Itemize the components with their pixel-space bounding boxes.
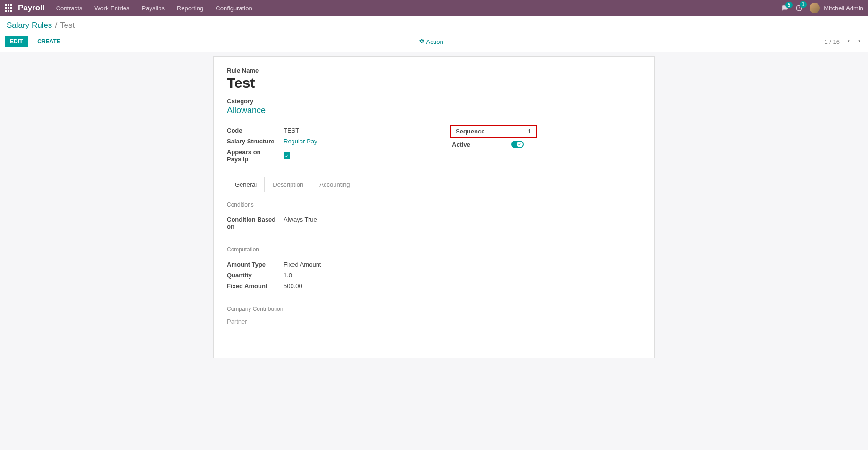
nav-configuration[interactable]: Configuration bbox=[216, 5, 252, 12]
avatar bbox=[810, 3, 820, 13]
tab-description[interactable]: Description bbox=[265, 177, 311, 192]
amount-type-label: Amount Type bbox=[227, 261, 284, 268]
condition-based-label: Condition Based on bbox=[227, 216, 284, 230]
breadcrumb: Salary Rules / Test bbox=[7, 21, 861, 30]
sequence-value: 1 bbox=[528, 128, 531, 135]
active-switch bbox=[511, 141, 524, 148]
code-value: TEST bbox=[284, 127, 299, 134]
app-brand[interactable]: Payroll bbox=[18, 3, 45, 13]
rule-name-value: Test bbox=[227, 75, 641, 91]
pager-text: 1 / 16 bbox=[824, 38, 840, 45]
form-sheet: Rule Name Test Category Allowance Code T… bbox=[213, 56, 655, 358]
action-menu[interactable]: Action bbox=[419, 38, 443, 45]
top-nav: Payroll Contracts Work Entries Payslips … bbox=[0, 0, 868, 16]
condition-based-row: Condition Based on Always True bbox=[227, 214, 641, 232]
active-label: Active bbox=[452, 141, 511, 148]
rule-name-label: Rule Name bbox=[227, 67, 641, 74]
salary-structure-row: Salary Structure Regular Pay bbox=[227, 136, 425, 147]
appears-label: Appears on Payslip bbox=[227, 149, 284, 163]
two-col: Code TEST Salary Structure Regular Pay A… bbox=[227, 125, 641, 165]
nav-reporting[interactable]: Reporting bbox=[177, 5, 203, 12]
salary-structure-label: Salary Structure bbox=[227, 138, 284, 145]
fixed-amount-value: 500.00 bbox=[284, 283, 302, 290]
control-bar: EDIT CREATE Action 1 / 16 bbox=[0, 32, 868, 52]
user-name: Mitchell Admin bbox=[824, 5, 863, 12]
pager: 1 / 16 bbox=[824, 37, 863, 46]
quantity-row: Quantity 1.0 bbox=[227, 270, 641, 281]
computation-heading: Computation bbox=[227, 246, 416, 255]
create-button[interactable]: CREATE bbox=[32, 36, 66, 47]
partner-label: Partner bbox=[227, 318, 641, 325]
apps-icon[interactable] bbox=[5, 4, 12, 12]
computation-section: Computation Amount Type Fixed Amount Qua… bbox=[227, 246, 641, 292]
salary-structure-link[interactable]: Regular Pay bbox=[284, 138, 317, 145]
company-contribution-heading: Company Contribution bbox=[227, 306, 416, 314]
user-menu[interactable]: Mitchell Admin bbox=[810, 3, 863, 13]
nav-contracts[interactable]: Contracts bbox=[56, 5, 83, 12]
tab-general[interactable]: General bbox=[227, 177, 265, 192]
conditions-section: Conditions Condition Based on Always Tru… bbox=[227, 201, 641, 232]
edit-button[interactable]: EDIT bbox=[5, 36, 28, 47]
appears-row: Appears on Payslip ✓ bbox=[227, 147, 425, 165]
amount-type-value: Fixed Amount bbox=[284, 261, 321, 268]
breadcrumb-current: Test bbox=[60, 21, 75, 30]
amount-type-row: Amount Type Fixed Amount bbox=[227, 259, 641, 270]
clock-icon[interactable]: 1 bbox=[795, 4, 803, 12]
conditions-heading: Conditions bbox=[227, 201, 416, 210]
pager-arrows bbox=[844, 37, 863, 46]
quantity-label: Quantity bbox=[227, 272, 284, 279]
chevron-right-icon[interactable] bbox=[855, 37, 863, 46]
category-link[interactable]: Allowance bbox=[227, 106, 641, 116]
tab-accounting[interactable]: Accounting bbox=[311, 177, 358, 192]
chat-badge: 5 bbox=[785, 2, 793, 8]
nav-work-entries[interactable]: Work Entries bbox=[94, 5, 129, 12]
breadcrumb-parent[interactable]: Salary Rules bbox=[7, 21, 52, 30]
left-col: Code TEST Salary Structure Regular Pay A… bbox=[227, 125, 425, 165]
fixed-amount-row: Fixed Amount 500.00 bbox=[227, 281, 641, 292]
nav-payslips[interactable]: Payslips bbox=[142, 5, 165, 12]
breadcrumb-bar: Salary Rules / Test bbox=[0, 16, 868, 32]
sequence-label: Sequence bbox=[456, 128, 528, 135]
condition-based-value: Always True bbox=[284, 216, 317, 230]
center-action-area: Action bbox=[66, 38, 825, 45]
fixed-amount-label: Fixed Amount bbox=[227, 283, 284, 290]
nav-menu: Contracts Work Entries Payslips Reportin… bbox=[56, 5, 781, 12]
chevron-left-icon[interactable] bbox=[844, 37, 853, 46]
sequence-highlight: Sequence 1 bbox=[450, 125, 537, 138]
appears-checkbox: ✓ bbox=[284, 152, 290, 159]
content-wrap: Rule Name Test Category Allowance Code T… bbox=[0, 52, 868, 377]
company-contribution-section: Company Contribution Partner bbox=[227, 306, 641, 325]
tabs: General Description Accounting bbox=[227, 177, 641, 192]
notif-badge: 1 bbox=[800, 1, 807, 8]
action-label: Action bbox=[426, 38, 443, 45]
gear-icon bbox=[419, 38, 425, 45]
nav-right: 5 1 Mitchell Admin bbox=[781, 3, 863, 13]
tab-content-general: Conditions Condition Based on Always Tru… bbox=[227, 192, 641, 325]
quantity-value: 1.0 bbox=[284, 272, 292, 279]
breadcrumb-separator: / bbox=[55, 21, 57, 30]
chat-icon[interactable]: 5 bbox=[781, 5, 789, 11]
code-row: Code TEST bbox=[227, 125, 425, 136]
category-label: Category bbox=[227, 98, 641, 105]
right-col: Sequence 1 Active bbox=[443, 125, 641, 165]
code-label: Code bbox=[227, 127, 284, 134]
active-row: Active bbox=[452, 139, 641, 148]
